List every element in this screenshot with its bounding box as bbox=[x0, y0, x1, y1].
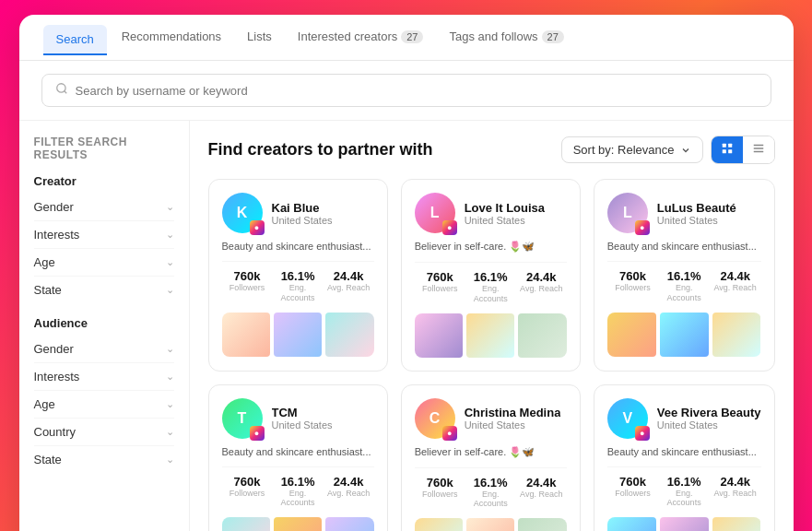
tab-search[interactable]: Search bbox=[43, 25, 107, 55]
creator-description: Beauty and skincare enthusiast... bbox=[222, 241, 374, 252]
filter-label: Gender bbox=[34, 200, 74, 214]
creator-grid: K ● Kai Blue United States Beauty and sk… bbox=[208, 179, 775, 531]
audience-filter-age[interactable]: Age ⌄ bbox=[34, 391, 174, 419]
creator-filter-gender[interactable]: Gender ⌄ bbox=[34, 194, 174, 221]
followers-value: 760k bbox=[415, 476, 465, 490]
creator-card[interactable]: K ● Kai Blue United States Beauty and sk… bbox=[208, 179, 388, 372]
reach-value: 24.4k bbox=[516, 270, 567, 284]
followers-label: Followers bbox=[415, 490, 465, 500]
creator-image bbox=[415, 518, 463, 531]
creator-section-label: Creator bbox=[34, 174, 174, 188]
stat-eng-accounts: 16.1% Eng. Accounts bbox=[465, 270, 516, 304]
audience-filter-state[interactable]: State ⌄ bbox=[34, 446, 174, 473]
creator-filter-state[interactable]: State ⌄ bbox=[34, 277, 174, 303]
eng-value: 16.1% bbox=[658, 269, 710, 283]
stat-avg-reach: 24.4k Avg. Reach bbox=[324, 269, 374, 303]
creator-images bbox=[607, 313, 761, 357]
reach-value: 24.4k bbox=[710, 475, 761, 489]
reach-label: Avg. Reach bbox=[324, 283, 374, 293]
creator-card[interactable]: L ● LuLus Beauté United States Beauty an… bbox=[594, 179, 775, 372]
tab-lists[interactable]: Lists bbox=[234, 15, 285, 60]
reach-label: Avg. Reach bbox=[516, 284, 567, 294]
creator-card[interactable]: V ● Vee Rivera Beauty United States Beau… bbox=[594, 384, 775, 531]
creator-description: Beauty and skincare enthusiast... bbox=[222, 446, 374, 457]
chevron-down-icon: ⌄ bbox=[166, 229, 174, 241]
search-bar-wrap bbox=[19, 61, 794, 121]
filter-label: Interests bbox=[34, 370, 80, 384]
creator-name: Vee Rivera Beauty bbox=[657, 406, 761, 419]
stat-followers: 760k Followers bbox=[222, 269, 273, 303]
creator-image bbox=[607, 517, 656, 531]
sort-controls: Sort by: Relevance bbox=[561, 136, 775, 164]
chevron-down-icon: ⌄ bbox=[166, 256, 174, 268]
followers-label: Followers bbox=[607, 283, 659, 293]
search-input[interactable] bbox=[76, 84, 758, 98]
nav-tabs: SearchRecommendationsListsInterested cre… bbox=[19, 15, 794, 61]
avatar-wrap: L ● bbox=[415, 193, 455, 233]
list-view-button[interactable] bbox=[743, 136, 774, 163]
creator-image bbox=[712, 517, 761, 531]
creator-country: United States bbox=[465, 215, 545, 226]
card-name-wrap: LuLus Beauté United States bbox=[657, 201, 736, 226]
reach-value: 24.4k bbox=[516, 476, 567, 490]
creator-country: United States bbox=[272, 419, 333, 431]
card-header: T ● TCM United States bbox=[222, 398, 374, 439]
audience-filter-interests[interactable]: Interests ⌄ bbox=[34, 363, 174, 391]
creator-image bbox=[274, 517, 322, 531]
tab-recommendations[interactable]: Recommendations bbox=[109, 15, 234, 60]
creator-image bbox=[274, 313, 322, 357]
creator-description: Beauty and skincare enthusiast... bbox=[607, 446, 761, 457]
grid-view-button[interactable] bbox=[712, 136, 743, 163]
tab-interested-creators[interactable]: Interested creators27 bbox=[285, 15, 437, 60]
creator-image bbox=[415, 313, 463, 358]
creator-image bbox=[712, 313, 761, 357]
sort-dropdown[interactable]: Sort by: Relevance bbox=[561, 136, 703, 163]
creator-image bbox=[222, 313, 270, 357]
creator-filter-age[interactable]: Age ⌄ bbox=[34, 249, 174, 277]
eng-label: Eng. Accounts bbox=[465, 490, 516, 510]
creator-card[interactable]: T ● TCM United States Beauty and skincar… bbox=[208, 384, 388, 531]
creator-card[interactable]: C ● Christina Medina United States Belie… bbox=[401, 384, 581, 531]
stat-eng-accounts: 16.1% Eng. Accounts bbox=[273, 475, 324, 509]
grid-icon bbox=[721, 142, 734, 155]
creator-stats: 760k Followers 16.1% Eng. Accounts 24.4k… bbox=[607, 466, 761, 509]
tab-badge-tags-and-follows: 27 bbox=[542, 30, 564, 43]
creator-description: Believer in self-care. 🌷🦋 bbox=[415, 446, 567, 458]
sort-label: Sort by: Relevance bbox=[573, 143, 675, 157]
creator-images bbox=[607, 517, 761, 531]
followers-label: Followers bbox=[415, 284, 465, 294]
creator-card[interactable]: L ● Love It Louisa United States Believe… bbox=[401, 179, 581, 372]
creator-name: Kai Blue bbox=[272, 201, 333, 215]
chevron-down-icon: ⌄ bbox=[166, 371, 174, 383]
creator-image bbox=[660, 517, 709, 531]
creator-country: United States bbox=[657, 215, 736, 226]
creator-image bbox=[518, 313, 566, 358]
audience-filter-country[interactable]: Country ⌄ bbox=[34, 419, 174, 446]
followers-label: Followers bbox=[222, 489, 273, 499]
stat-followers: 760k Followers bbox=[415, 270, 465, 304]
chevron-down-icon: ⌄ bbox=[166, 284, 174, 296]
chevron-down-icon: ⌄ bbox=[166, 426, 174, 438]
eng-label: Eng. Accounts bbox=[658, 489, 710, 509]
stat-followers: 760k Followers bbox=[222, 475, 273, 509]
svg-rect-4 bbox=[722, 149, 725, 153]
search-icon bbox=[55, 82, 68, 99]
tab-tags-and-follows[interactable]: Tags and follows27 bbox=[436, 15, 576, 60]
card-name-wrap: Christina Medina United States bbox=[465, 406, 561, 431]
search-bar bbox=[41, 74, 771, 107]
card-header: L ● Love It Louisa United States bbox=[415, 193, 567, 233]
creator-description: Beauty and skincare enthusiast... bbox=[607, 241, 761, 252]
chevron-down-icon: ⌄ bbox=[166, 398, 174, 410]
creator-image bbox=[660, 313, 709, 357]
audience-filter-gender[interactable]: Gender ⌄ bbox=[34, 336, 174, 363]
creator-name: TCM bbox=[272, 406, 333, 419]
creator-filter-interests[interactable]: Interests ⌄ bbox=[34, 221, 174, 249]
instagram-badge: ● bbox=[442, 426, 457, 441]
creator-images bbox=[222, 313, 374, 357]
reach-label: Avg. Reach bbox=[710, 283, 761, 293]
content-area: Find creators to partner with Sort by: R… bbox=[190, 121, 794, 531]
sidebar: Filter search results Creator Gender ⌄In… bbox=[19, 121, 190, 531]
audience-section-label: Audience bbox=[34, 316, 174, 330]
stat-followers: 760k Followers bbox=[415, 476, 465, 510]
creator-image bbox=[466, 313, 514, 358]
